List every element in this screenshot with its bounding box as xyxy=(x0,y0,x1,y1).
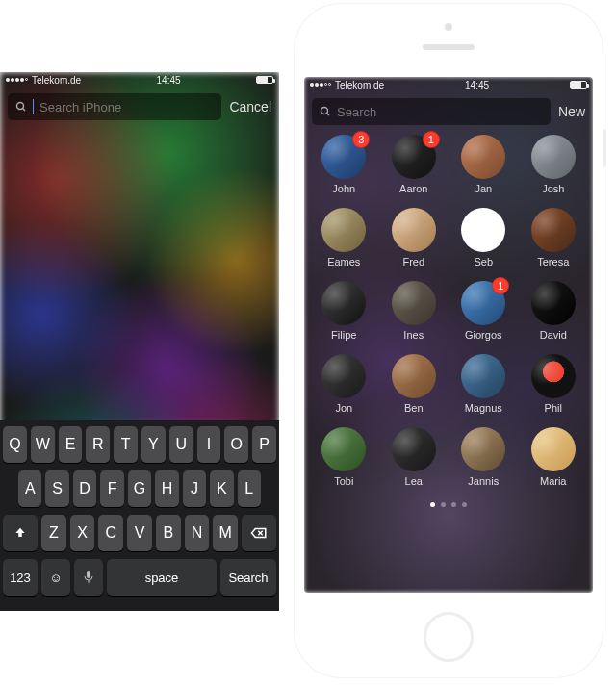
contact-fred[interactable]: Fred xyxy=(382,208,446,267)
contact-magnus[interactable]: Magnus xyxy=(451,354,515,414)
key-q[interactable]: Q xyxy=(3,426,27,463)
avatar: 1 xyxy=(392,135,436,179)
backspace-icon xyxy=(250,527,268,539)
svg-line-1 xyxy=(23,109,26,112)
contact-name: Jan xyxy=(475,183,492,194)
key-u[interactable]: U xyxy=(169,426,193,463)
key-dictate[interactable] xyxy=(74,559,103,596)
contact-name: Ines xyxy=(403,329,424,341)
contact-seb[interactable]: Seb xyxy=(451,208,515,267)
notification-badge: 1 xyxy=(492,277,509,294)
left-spotlight-phone: Telekom.de 14:45 Cancel QWERTYUIOP ASDFG… xyxy=(0,72,279,611)
key-e[interactable]: E xyxy=(59,426,83,463)
search-input[interactable] xyxy=(39,100,214,114)
avatar xyxy=(461,135,505,179)
contact-eames[interactable]: Eames xyxy=(312,208,375,267)
contact-jon[interactable]: Jon xyxy=(312,354,375,414)
contact-ines[interactable]: Ines xyxy=(382,281,446,341)
key-emoji[interactable]: ☺ xyxy=(41,559,70,596)
avatar xyxy=(531,135,576,179)
contact-name: Filipe xyxy=(331,329,356,341)
page-dot[interactable] xyxy=(451,502,456,507)
contact-name: Eames xyxy=(327,256,360,267)
key-z[interactable]: Z xyxy=(41,515,66,551)
avatar xyxy=(392,281,436,325)
status-bar: Telekom.de 14:45 xyxy=(304,77,593,92)
page-indicator[interactable] xyxy=(304,502,593,507)
clock: 14:45 xyxy=(465,80,489,90)
signal-dots-icon xyxy=(310,83,331,87)
contact-jannis[interactable]: Jannis xyxy=(451,427,515,487)
contact-tobi[interactable]: Tobi xyxy=(312,427,375,487)
contact-teresa[interactable]: Teresa xyxy=(522,208,585,267)
contact-name: Giorgos xyxy=(465,329,502,341)
home-button[interactable] xyxy=(424,612,474,662)
text-cursor xyxy=(33,99,34,114)
contact-name: Ben xyxy=(404,402,424,414)
key-w[interactable]: W xyxy=(31,426,55,463)
key-search[interactable]: Search xyxy=(220,559,276,596)
avatar xyxy=(461,427,505,471)
avatar xyxy=(321,427,366,471)
key-r[interactable]: R xyxy=(86,426,110,463)
key-g[interactable]: G xyxy=(128,470,151,507)
new-button[interactable]: New xyxy=(558,104,585,119)
avatar xyxy=(531,281,576,325)
key-space[interactable]: space xyxy=(107,559,217,596)
key-y[interactable]: Y xyxy=(141,426,166,463)
contact-jan[interactable]: Jan xyxy=(451,135,515,194)
key-d[interactable]: D xyxy=(73,470,96,507)
battery-icon xyxy=(570,81,587,89)
contact-maria[interactable]: Maria xyxy=(522,427,585,487)
page-dot[interactable] xyxy=(441,502,446,507)
contact-name: Josh xyxy=(542,183,564,194)
key-shift[interactable] xyxy=(3,515,38,551)
contact-name: Teresa xyxy=(537,256,569,267)
search-input[interactable] xyxy=(337,105,543,119)
contact-ben[interactable]: Ben xyxy=(382,354,446,414)
key-o[interactable]: O xyxy=(224,426,248,463)
key-m[interactable]: M xyxy=(213,515,238,551)
key-delete[interactable] xyxy=(242,515,276,551)
key-numbers[interactable]: 123 xyxy=(3,559,38,596)
contact-john[interactable]: 3John xyxy=(312,135,375,194)
key-a[interactable]: A xyxy=(18,470,41,507)
page-dot[interactable] xyxy=(462,502,467,507)
key-s[interactable]: S xyxy=(45,470,68,507)
key-t[interactable]: T xyxy=(114,426,138,463)
contact-aaron[interactable]: 1Aaron xyxy=(382,135,446,194)
key-b[interactable]: B xyxy=(156,515,181,551)
contact-name: Tobi xyxy=(334,475,353,487)
search-box[interactable] xyxy=(8,93,221,120)
key-k[interactable]: K xyxy=(210,470,233,507)
contact-phil[interactable]: Phil xyxy=(522,354,585,414)
status-bar: Telekom.de 14:45 xyxy=(0,72,279,88)
key-h[interactable]: H xyxy=(155,470,178,507)
contact-lea[interactable]: Lea xyxy=(382,427,446,487)
carrier-label: Telekom.de xyxy=(335,80,384,90)
page-dot[interactable] xyxy=(430,502,435,507)
key-v[interactable]: V xyxy=(127,515,152,551)
key-x[interactable]: X xyxy=(70,515,95,551)
key-j[interactable]: J xyxy=(183,470,206,507)
key-l[interactable]: L xyxy=(238,470,261,507)
cancel-button[interactable]: Cancel xyxy=(229,99,271,114)
key-f[interactable]: F xyxy=(100,470,123,507)
contact-name: Maria xyxy=(540,475,567,487)
contact-filipe[interactable]: Filipe xyxy=(312,281,375,341)
key-n[interactable]: N xyxy=(185,515,210,551)
contact-josh[interactable]: Josh xyxy=(522,135,585,194)
key-i[interactable]: I xyxy=(197,426,221,463)
notification-badge: 1 xyxy=(423,131,440,148)
key-c[interactable]: C xyxy=(98,515,123,551)
contact-david[interactable]: David xyxy=(522,281,585,341)
key-p[interactable]: P xyxy=(252,426,276,463)
search-row: Cancel xyxy=(0,88,279,126)
avatar xyxy=(392,354,436,398)
side-button xyxy=(603,129,606,167)
svg-point-6 xyxy=(321,108,328,114)
search-icon xyxy=(320,106,331,117)
contact-giorgos[interactable]: 1Giorgos xyxy=(451,281,515,341)
search-box[interactable] xyxy=(312,98,551,125)
notification-badge: 3 xyxy=(352,131,370,148)
